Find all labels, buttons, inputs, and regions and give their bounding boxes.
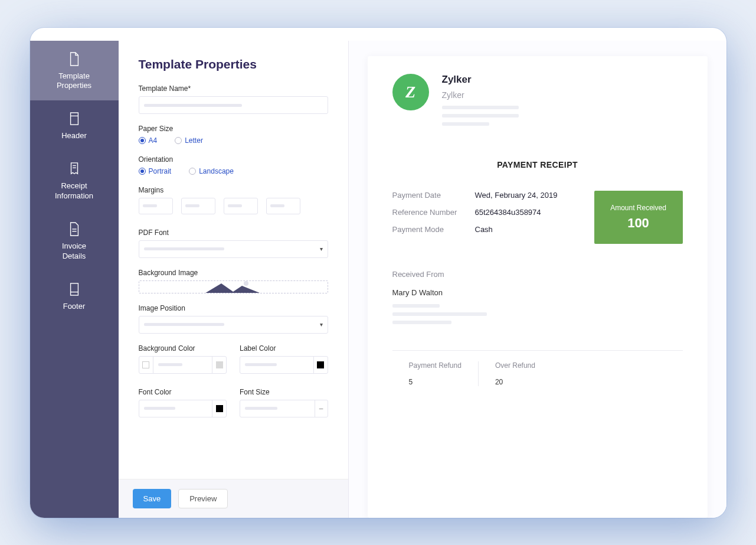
sidebar-item-label: Receipt Information — [35, 181, 114, 201]
page-title: Template Properties — [139, 57, 328, 71]
radio-a4[interactable]: A4 — [139, 136, 158, 145]
sidebar-item-invoice-details[interactable]: Invoice Details — [30, 211, 119, 271]
font-color-label: Font Color — [139, 388, 227, 396]
radio-dot-icon — [139, 137, 146, 144]
color-swatch — [317, 361, 324, 368]
doc-header: Z Zylker Zylker — [392, 74, 683, 130]
radio-dot-icon — [189, 168, 196, 175]
pdf-font-select[interactable]: ▾ — [139, 240, 328, 258]
field-image-position: Image Position ▾ — [139, 304, 328, 334]
label-color-label: Label Color — [240, 344, 328, 353]
stepper-icon[interactable]: – — [315, 400, 328, 417]
form-panel: Template Properties Template Name* Paper… — [119, 41, 349, 518]
sidebar: Template Properties Header Receipt Infor… — [30, 41, 119, 518]
amount-received-value: 100 — [610, 216, 667, 231]
divider — [392, 350, 683, 351]
doc-title: PAYMENT RECEIPT — [392, 160, 683, 169]
radio-portrait[interactable]: Portrait — [139, 167, 172, 175]
company-logo: Z — [392, 74, 429, 110]
received-from-block: Received From Mary D Walton — [392, 270, 683, 324]
action-bar: Save Preview — [119, 479, 348, 518]
orientation-label: Orientation — [139, 155, 328, 164]
template-name-input[interactable] — [139, 96, 328, 114]
sidebar-item-footer[interactable]: Footer — [30, 271, 119, 321]
payment-mode-value: Cash — [475, 225, 493, 234]
bg-image-upload[interactable] — [139, 280, 328, 293]
refund-row: Payment Refund 5 Over Refund 20 — [392, 361, 683, 386]
placeholder-line — [442, 122, 489, 126]
bg-color-input[interactable] — [139, 356, 227, 374]
placeholder-line — [392, 321, 451, 324]
color-swatch — [142, 361, 149, 368]
font-size-input[interactable]: – — [240, 400, 328, 417]
font-color-input[interactable] — [139, 400, 227, 417]
payment-date-label: Payment Date — [392, 191, 475, 200]
sidebar-item-label: Footer — [35, 302, 114, 312]
field-bg-color: Background Color — [139, 344, 227, 374]
field-orientation: Orientation Portrait Landscape — [139, 155, 328, 175]
sidebar-item-header[interactable]: Header — [30, 100, 119, 151]
field-template-name: Template Name* — [139, 84, 328, 114]
bg-image-label: Background Image — [139, 269, 328, 277]
sidebar-item-label: Header — [35, 131, 114, 141]
payment-refund-label: Payment Refund — [409, 361, 462, 370]
field-bg-image: Background Image — [139, 269, 328, 293]
sidebar-item-label: Invoice Details — [35, 242, 114, 262]
payment-info-table: Payment Date Wed, February 24, 2019 Refe… — [392, 191, 558, 244]
radio-label: Letter — [185, 136, 203, 145]
sidebar-item-template-properties[interactable]: Template Properties — [30, 41, 119, 101]
radio-label: A4 — [149, 136, 158, 145]
save-button[interactable]: Save — [133, 489, 172, 508]
document-preview: Z Zylker Zylker PAYMENT RECEIPT Payment … — [368, 56, 708, 518]
radio-dot-icon — [175, 137, 182, 144]
info-row: Payment Date Wed, February 24, 2019 — [392, 191, 558, 200]
svg-point-8 — [244, 281, 248, 286]
header-icon — [35, 111, 114, 126]
invoice-icon — [35, 221, 114, 237]
layout-row: Template Properties Header Receipt Infor… — [30, 41, 726, 518]
paper-size-label: Paper Size — [139, 125, 328, 133]
label-color-input[interactable] — [240, 356, 328, 374]
field-paper-size: Paper Size A4 Letter — [139, 125, 328, 145]
color-swatch — [216, 361, 223, 368]
radio-landscape[interactable]: Landscape — [189, 167, 234, 175]
over-refund-cell: Over Refund 20 — [478, 361, 552, 386]
payment-refund-value: 5 — [409, 378, 462, 386]
field-font-size: Font Size – — [240, 388, 328, 417]
margin-input-top[interactable] — [139, 198, 173, 214]
payment-date-value: Wed, February 24, 2019 — [475, 191, 558, 200]
field-pdf-font: PDF Font ▾ — [139, 229, 328, 258]
radio-label: Landscape — [199, 167, 234, 175]
margin-input-right[interactable] — [181, 198, 215, 214]
field-font-color: Font Color — [139, 388, 227, 417]
info-row: Reference Number 65t264384u358974 — [392, 208, 558, 217]
image-position-select[interactable]: ▾ — [139, 316, 328, 334]
sidebar-item-receipt-information[interactable]: Receipt Information — [30, 151, 119, 211]
company-subname: Zylker — [442, 90, 519, 100]
image-position-label: Image Position — [139, 304, 328, 312]
received-from-name: Mary D Walton — [392, 288, 683, 297]
payment-mode-label: Payment Mode — [392, 225, 475, 234]
info-grid: Payment Date Wed, February 24, 2019 Refe… — [392, 191, 683, 244]
placeholder-line — [392, 312, 487, 316]
svg-rect-0 — [70, 113, 78, 125]
placeholder-line — [442, 106, 519, 109]
receipt-icon — [35, 161, 114, 177]
placeholder-line — [442, 114, 519, 118]
amount-received-box: Amount Received 100 — [594, 191, 683, 244]
amount-received-label: Amount Received — [610, 204, 667, 212]
radio-letter[interactable]: Letter — [175, 136, 203, 145]
margin-input-bottom[interactable] — [224, 198, 258, 214]
company-block: Zylker Zylker — [442, 74, 519, 130]
over-refund-value: 20 — [495, 378, 535, 386]
preview-button[interactable]: Preview — [178, 489, 228, 508]
color-swatch — [216, 405, 223, 412]
field-label-color: Label Color — [240, 344, 328, 374]
pdf-font-label: PDF Font — [139, 229, 328, 237]
reference-number-label: Reference Number — [392, 208, 475, 217]
margin-input-left[interactable] — [266, 198, 300, 214]
bg-color-label: Background Color — [139, 344, 227, 353]
radio-dot-icon — [139, 168, 146, 175]
app-window: Template Properties Header Receipt Infor… — [30, 28, 726, 518]
received-from-label: Received From — [392, 270, 683, 279]
